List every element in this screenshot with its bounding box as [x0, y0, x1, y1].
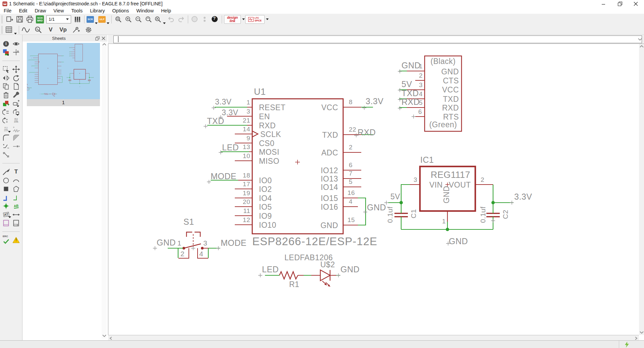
frame-button[interactable] — [2, 219, 10, 227]
frame2-button[interactable] — [12, 219, 20, 227]
erc-button[interactable]: ERC — [2, 236, 10, 244]
menu-tools[interactable]: Tools — [67, 7, 86, 14]
menu-view[interactable]: View — [50, 7, 67, 14]
rect-button[interactable] — [2, 185, 10, 193]
gateswap-button[interactable] — [12, 108, 20, 116]
panel-scrollbar[interactable] — [102, 42, 107, 339]
delete-button[interactable] — [2, 91, 10, 99]
sheet-thumbnail-caption[interactable]: 1 — [27, 99, 100, 106]
smash-button[interactable]: R210k — [2, 125, 10, 133]
minimize-button[interactable] — [596, 0, 611, 7]
signal-wave-button[interactable] — [21, 25, 31, 34]
menu-file[interactable]: File — [0, 7, 15, 14]
menu-library[interactable]: Library — [86, 7, 108, 14]
circle-button[interactable] — [2, 177, 10, 185]
miter-button[interactable] — [2, 134, 10, 142]
toolbar-grip[interactable] — [1, 15, 3, 23]
paste-button[interactable] — [12, 82, 20, 90]
polygon-button[interactable] — [12, 185, 20, 193]
voltage-probe-button[interactable]: V — [46, 25, 55, 34]
chevron-down-icon[interactable] — [14, 33, 17, 34]
open-button[interactable] — [5, 15, 14, 24]
chevron-down-icon[interactable] — [95, 22, 98, 24]
optimize-button[interactable] — [12, 142, 20, 150]
command-input[interactable] — [113, 36, 642, 43]
dimension-button[interactable] — [12, 211, 20, 219]
mirror-button[interactable] — [2, 74, 10, 82]
zoom-redraw-button[interactable] — [144, 15, 153, 24]
label-button[interactable]: AB — [12, 202, 20, 210]
info-button[interactable]: i — [2, 40, 10, 48]
scroll-up-icon[interactable] — [102, 43, 106, 46]
chevron-down-icon[interactable] — [638, 38, 642, 41]
chevron-down-icon[interactable] — [163, 22, 166, 24]
split-button[interactable] — [2, 142, 10, 150]
save-button[interactable] — [15, 15, 24, 24]
chevron-down-icon[interactable] — [266, 18, 269, 20]
junction-button[interactable] — [2, 202, 10, 210]
smash-resistor-button[interactable] — [12, 125, 20, 133]
design-link-button[interactable]: design link — [224, 15, 241, 24]
restore-button[interactable] — [612, 0, 628, 7]
close-icon[interactable] — [102, 37, 105, 40]
help-button[interactable]: ? — [210, 15, 220, 24]
sheet-selector[interactable]: 1/1 — [46, 15, 71, 24]
attribute-button[interactable]: AT — [2, 211, 10, 219]
bus-button[interactable] — [2, 194, 10, 202]
close-button[interactable] — [628, 0, 643, 7]
text-button[interactable]: T — [12, 168, 20, 176]
menu-help[interactable]: Help — [157, 7, 175, 14]
schematic-canvas[interactable] — [108, 44, 639, 335]
group-select-button[interactable] — [2, 65, 10, 73]
scroll-right-icon[interactable] — [635, 337, 638, 340]
arc-button[interactable] — [12, 177, 20, 185]
scroll-left-icon[interactable] — [109, 337, 112, 340]
mark-button[interactable] — [12, 48, 20, 56]
run-ulp-button[interactable]: ULP — [98, 15, 109, 24]
vertical-scrollbar[interactable] — [639, 44, 644, 335]
redo-button[interactable] — [176, 15, 186, 24]
zoom-select-button[interactable] — [154, 15, 166, 24]
pinswap-button[interactable] — [2, 108, 10, 116]
print-button[interactable] — [25, 15, 35, 24]
simulate-button[interactable] — [34, 25, 43, 34]
schematic-board-switch-button[interactable]: SCHBRD — [35, 15, 45, 24]
miter-fill-button[interactable] — [12, 134, 20, 142]
copy-button[interactable] — [2, 82, 10, 90]
invoke-button[interactable] — [2, 151, 10, 159]
scroll-down-icon[interactable] — [640, 331, 644, 334]
swap-button[interactable] — [2, 117, 10, 125]
sheet-thumbnail[interactable] — [27, 43, 100, 99]
menu-draw[interactable]: Draw — [31, 7, 50, 14]
float-panel-icon[interactable] — [95, 36, 100, 41]
grid-button[interactable] — [5, 25, 17, 34]
display-layers-button[interactable] — [2, 48, 10, 56]
sheets-panel-header[interactable]: Sheets — [22, 35, 107, 42]
change-wrench-button[interactable] — [12, 91, 20, 99]
show-eye-button[interactable] — [12, 40, 20, 48]
zoom-in-button[interactable] — [124, 15, 133, 24]
wire-button[interactable] — [2, 168, 10, 176]
run-script-button[interactable]: SCR — [87, 15, 98, 24]
ltspice-button[interactable]: LTCSPICE — [245, 15, 265, 24]
scroll-up-icon[interactable] — [640, 45, 644, 48]
menu-window[interactable]: Window — [133, 7, 158, 14]
toolbar-grip[interactable] — [1, 26, 3, 34]
current-probe-button[interactable] — [71, 25, 81, 34]
simulator-settings-button[interactable] — [84, 25, 93, 34]
undo-button[interactable] — [166, 15, 176, 24]
scroll-down-icon[interactable] — [102, 334, 106, 337]
chevron-down-icon[interactable] — [107, 22, 109, 24]
library-manager-button[interactable] — [73, 15, 82, 24]
phase-probe-button[interactable]: Vp — [58, 25, 68, 34]
replace-button[interactable] — [12, 99, 20, 108]
zoom-out-button[interactable] — [134, 15, 143, 24]
chevron-down-icon[interactable] — [242, 18, 245, 20]
net-button[interactable] — [12, 194, 20, 202]
errors-button[interactable]: ! — [12, 236, 20, 244]
rotate-button[interactable] — [12, 74, 20, 82]
zoom-fit-button[interactable] — [114, 15, 123, 24]
horizontal-scrollbar[interactable] — [108, 335, 639, 340]
add-part-button[interactable] — [2, 99, 10, 108]
value-button[interactable]: R210k — [12, 117, 20, 125]
